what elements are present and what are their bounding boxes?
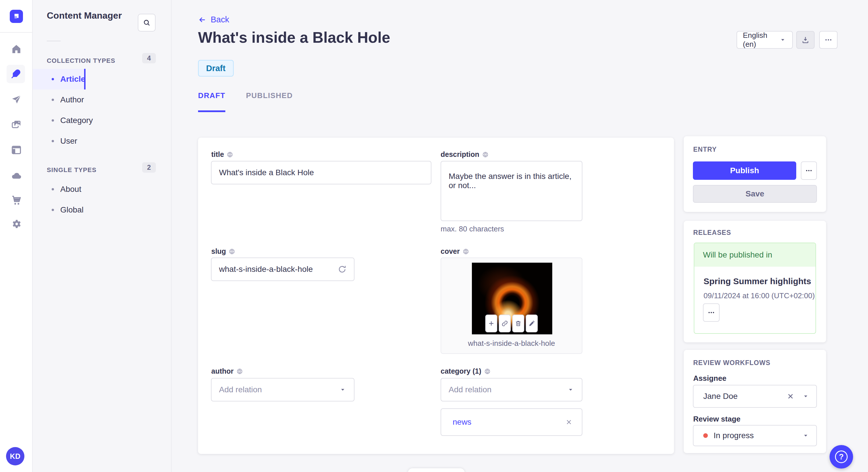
count-badge: 4 xyxy=(142,53,156,63)
more-options-icon xyxy=(825,36,832,44)
section-label: COLLECTION TYPES xyxy=(47,57,115,65)
cover-field-label: cover xyxy=(441,247,469,256)
clear-assignee-icon[interactable] xyxy=(786,392,795,400)
entry-panel: ENTRY Publish Save xyxy=(684,136,826,212)
plus-icon xyxy=(488,320,495,327)
field-label-text: cover xyxy=(441,247,460,256)
home-icon[interactable] xyxy=(0,43,33,55)
add-media-button[interactable] xyxy=(485,314,497,332)
chevron-down-icon xyxy=(567,386,575,394)
back-label: Back xyxy=(211,15,229,24)
releases-panel: RELEASES Will be published in Spring Sum… xyxy=(684,221,826,342)
slug-input-value: what-s-inside-a-black-hole xyxy=(219,265,313,274)
header-more-options-button[interactable] xyxy=(819,31,838,49)
title-input[interactable]: What's inside a Black Hole xyxy=(211,161,431,184)
sidebar-item-label: Global xyxy=(60,205,84,214)
delete-media-button[interactable] xyxy=(513,314,524,332)
bullet-icon xyxy=(52,99,54,101)
review-workflows-panel: REVIEW WORKFLOWS Assignee Jane Doe Revie… xyxy=(684,350,826,453)
more-options-icon xyxy=(708,309,715,316)
field-label-text: slug xyxy=(211,247,226,256)
bullet-icon xyxy=(52,140,54,142)
media-actions-toolbar xyxy=(485,314,538,332)
relation-link-news[interactable]: news xyxy=(453,417,471,427)
save-button[interactable]: Save xyxy=(693,185,817,203)
releases-panel-title: RELEASES xyxy=(693,229,731,237)
sidebar-item-user[interactable]: User xyxy=(33,131,86,151)
search-icon xyxy=(143,19,151,27)
chevron-down-icon xyxy=(339,386,346,394)
publish-button[interactable]: Publish xyxy=(693,162,796,180)
back-link[interactable]: Back xyxy=(198,15,229,24)
regenerate-slug-icon[interactable] xyxy=(338,265,346,274)
strapi-logo-icon[interactable] xyxy=(10,10,23,23)
sidebar-item-article[interactable]: Article xyxy=(33,69,86,90)
bullet-icon xyxy=(52,119,54,122)
category-field-label: category (1) xyxy=(441,367,491,375)
remove-relation-icon[interactable] xyxy=(565,418,572,426)
sidebar-item-label: User xyxy=(60,136,77,146)
globe-icon xyxy=(237,368,243,374)
category-relation-item: news xyxy=(441,408,582,436)
help-button[interactable]: ? xyxy=(830,445,853,469)
tab-published[interactable]: PUBLISHED xyxy=(246,91,293,112)
collection-types-header: COLLECTION TYPES 4 xyxy=(33,53,172,67)
copy-link-button[interactable] xyxy=(499,314,511,332)
release-date: 09/11/2024 at 16:00 (UTC+02:00) xyxy=(704,291,815,300)
send-icon[interactable] xyxy=(0,94,33,105)
edit-form-card: title What's inside a Black Hole descrip… xyxy=(198,138,674,454)
field-label-text: category (1) xyxy=(441,367,482,375)
content-type-builder-icon[interactable] xyxy=(0,144,33,156)
release-more-options-button[interactable] xyxy=(703,303,720,322)
page-title: What's inside a Black Hole xyxy=(198,29,390,46)
sidebar-item-label: Category xyxy=(60,116,93,125)
globe-icon xyxy=(229,248,235,255)
version-tabs: DRAFT PUBLISHED xyxy=(198,91,293,112)
globe-icon xyxy=(482,151,489,158)
description-field-label: description xyxy=(441,150,489,159)
main-nav-rail: KD xyxy=(0,0,33,472)
slug-input[interactable]: what-s-inside-a-black-hole xyxy=(211,258,354,281)
release-name[interactable]: Spring Summer highlights xyxy=(704,276,811,286)
field-label-text: title xyxy=(211,150,224,159)
review-stage-label: Review stage xyxy=(693,415,741,424)
title-input-value: What's inside a Black Hole xyxy=(219,168,314,177)
locale-select[interactable]: English (en) xyxy=(737,31,793,49)
media-library-icon[interactable] xyxy=(0,119,33,130)
panel-title: Content Manager xyxy=(47,10,122,21)
sidebar-item-author[interactable]: Author xyxy=(33,90,86,110)
relation-placeholder: Add relation xyxy=(219,385,262,394)
category-relation-select[interactable]: Add relation xyxy=(441,378,582,401)
relation-placeholder: Add relation xyxy=(448,385,491,394)
sidebar-item-global[interactable]: Global xyxy=(33,200,86,220)
field-label-text: description xyxy=(441,150,479,159)
assignee-value: Jane Doe xyxy=(703,392,786,401)
sidebar-item-label: Article xyxy=(60,74,85,84)
chevron-down-icon xyxy=(779,36,786,43)
chevron-down-icon xyxy=(802,393,809,400)
status-badge: Draft xyxy=(198,60,234,76)
settings-gear-icon[interactable] xyxy=(0,218,33,229)
search-button[interactable] xyxy=(138,14,156,32)
globe-icon xyxy=(227,151,233,158)
description-hint: max. 80 characters xyxy=(441,225,504,233)
cover-media-field: what-s-inside-a-black-hole xyxy=(441,258,582,354)
sidebar-item-category[interactable]: Category xyxy=(33,110,86,131)
cover-caption: what-s-inside-a-black-hole xyxy=(441,339,582,348)
assignee-select[interactable]: Jane Doe xyxy=(693,385,817,408)
author-relation-select[interactable]: Add relation xyxy=(211,378,354,401)
content-manager-feather-icon[interactable] xyxy=(7,65,25,83)
edit-media-button[interactable] xyxy=(526,314,538,332)
sidebar-item-about[interactable]: About xyxy=(33,179,86,200)
description-textarea[interactable]: Maybe the answer is in this article, or … xyxy=(441,161,582,221)
tab-draft[interactable]: DRAFT xyxy=(198,91,225,112)
marketplace-cart-icon[interactable] xyxy=(0,195,33,206)
review-stage-select[interactable]: In progress xyxy=(693,425,817,446)
help-question-icon: ? xyxy=(835,450,848,463)
cloud-icon[interactable] xyxy=(0,170,33,181)
user-avatar[interactable]: KD xyxy=(6,447,24,465)
more-options-icon xyxy=(805,167,813,174)
entry-more-options-button[interactable] xyxy=(801,162,817,180)
export-download-button[interactable] xyxy=(796,31,815,49)
next-section-peek xyxy=(408,468,465,472)
